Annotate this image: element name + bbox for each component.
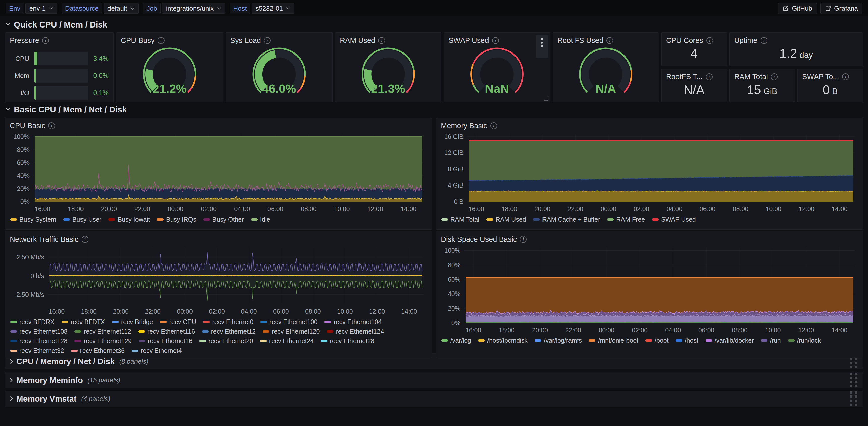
legend-item[interactable]: /mnt/onie-boot bbox=[589, 337, 639, 344]
legend-item[interactable]: recv BFDRX bbox=[10, 318, 55, 326]
legend-item[interactable]: recv Ethernet112 bbox=[74, 328, 131, 335]
collapsed-row-memory-meminfo[interactable]: Memory Meminfo(15 panels) bbox=[5, 372, 863, 388]
info-icon[interactable]: i bbox=[706, 73, 713, 80]
info-icon[interactable]: i bbox=[158, 37, 164, 44]
panel-title[interactable]: Uptime bbox=[734, 36, 757, 45]
time-series-plot[interactable]: 16:0018:0020:0022:0000:0002:0004:0006:00… bbox=[441, 131, 858, 214]
collapsed-row-memory-vmstat[interactable]: Memory Vmstat(4 panels) bbox=[5, 391, 863, 407]
legend-item[interactable]: Busy System bbox=[10, 216, 56, 223]
x-axis-tick: 16:00 bbox=[49, 308, 65, 315]
legend-item[interactable]: recv Ethernet128 bbox=[10, 337, 67, 345]
y-axis-tick: 100% bbox=[444, 247, 461, 254]
legend-item[interactable]: RAM Free bbox=[607, 216, 645, 223]
legend-item[interactable]: /run/lock bbox=[788, 337, 821, 344]
legend-item[interactable]: recv Ethernet24 bbox=[260, 337, 314, 345]
info-icon[interactable]: i bbox=[492, 37, 499, 44]
legend-item[interactable]: RAM Total bbox=[441, 216, 479, 223]
row-drag-handle[interactable] bbox=[848, 372, 859, 388]
panel-title[interactable]: Disk Space Used Basic bbox=[441, 235, 517, 244]
panel-title[interactable]: SWAP Used bbox=[448, 36, 489, 45]
bar-gauge-track[interactable] bbox=[34, 86, 88, 100]
legend-item[interactable]: recv Ethernet104 bbox=[324, 318, 381, 326]
legend-item[interactable]: Busy Iowait bbox=[108, 216, 150, 223]
dashboard-link-github[interactable]: GitHub bbox=[778, 3, 817, 14]
legend-item[interactable]: recv CPU bbox=[160, 318, 196, 326]
panel-title[interactable]: Memory Basic bbox=[441, 122, 487, 130]
panel-title[interactable]: Root FS Used bbox=[557, 36, 603, 45]
panel-title[interactable]: CPU Basic bbox=[10, 122, 45, 130]
legend-item[interactable]: /host/tpcmdisk bbox=[478, 337, 528, 344]
panel-title[interactable]: Sys Load bbox=[230, 36, 261, 45]
info-icon[interactable]: i bbox=[606, 37, 613, 44]
legend-item[interactable]: recv Ethernet124 bbox=[327, 328, 384, 335]
legend-item[interactable]: recv Bridge bbox=[112, 318, 153, 326]
info-icon[interactable]: i bbox=[490, 122, 497, 129]
variable-value-dropdown[interactable]: env-1 bbox=[26, 3, 57, 13]
panel-title[interactable]: CPU Cores bbox=[666, 36, 703, 45]
legend-item[interactable]: RAM Used bbox=[487, 216, 526, 223]
caret-down-icon bbox=[130, 7, 135, 10]
variable-value-dropdown[interactable]: default bbox=[104, 3, 138, 13]
legend-item[interactable]: recv Ethernet20 bbox=[199, 337, 253, 345]
info-icon[interactable]: i bbox=[42, 37, 49, 44]
panel-title[interactable]: SWAP To... bbox=[802, 73, 839, 81]
info-icon[interactable]: i bbox=[264, 37, 271, 44]
panel-resize-handle[interactable] bbox=[544, 96, 548, 101]
time-series-plot[interactable]: 16:0018:0020:0022:0000:0002:0004:0006:00… bbox=[10, 245, 427, 317]
variable-value-dropdown[interactable]: integrations/unix bbox=[162, 3, 225, 13]
legend-item[interactable]: /boot bbox=[646, 337, 669, 344]
variable-value-dropdown[interactable]: s5232-01 bbox=[252, 3, 294, 13]
legend-item[interactable]: recv Ethernet36 bbox=[71, 347, 125, 354]
legend-item[interactable]: Busy User bbox=[63, 216, 101, 223]
info-icon[interactable]: i bbox=[82, 236, 88, 243]
variable-value-text: s5232-01 bbox=[256, 4, 283, 12]
panel-title[interactable]: CPU Busy bbox=[121, 36, 155, 45]
legend-item[interactable]: recv Ethernet4 bbox=[132, 347, 182, 354]
dashboard-links: GitHubGrafana bbox=[778, 3, 863, 14]
info-icon[interactable]: i bbox=[706, 37, 713, 44]
legend-item[interactable]: Busy Other bbox=[204, 216, 244, 223]
panel-title[interactable]: RootFS T... bbox=[666, 73, 703, 81]
panel-title[interactable]: RAM Total bbox=[734, 73, 768, 81]
legend-item[interactable]: /run bbox=[761, 337, 781, 344]
legend-item[interactable]: /var/log/ramfs bbox=[535, 337, 582, 344]
legend-item[interactable]: recv Ethernet120 bbox=[263, 328, 320, 335]
legend-item[interactable]: recv Ethernet100 bbox=[260, 318, 317, 326]
panel-menu-button[interactable] bbox=[536, 35, 548, 58]
legend-item[interactable]: /var/log bbox=[441, 337, 471, 344]
info-icon[interactable]: i bbox=[842, 73, 849, 80]
legend-item[interactable]: Busy IRQs bbox=[157, 216, 196, 223]
row-header-quick[interactable]: Quick CPU / Mem / Disk bbox=[5, 18, 863, 31]
legend-item[interactable]: recv Ethernet28 bbox=[321, 337, 374, 345]
bar-gauge-track[interactable] bbox=[34, 69, 88, 83]
legend-item[interactable]: recv Ethernet0 bbox=[203, 318, 253, 326]
bar-gauge-track[interactable] bbox=[34, 52, 88, 65]
dashboard-link-grafana[interactable]: Grafana bbox=[820, 3, 863, 14]
legend-item[interactable]: recv Ethernet16 bbox=[139, 337, 192, 345]
info-icon[interactable]: i bbox=[48, 122, 55, 129]
time-series-plot[interactable]: 16:0018:0020:0022:0000:0002:0004:0006:00… bbox=[441, 245, 858, 335]
legend-item[interactable]: recv BFDTX bbox=[62, 318, 105, 326]
legend-label: recv Ethernet124 bbox=[336, 328, 384, 335]
row-header-basic[interactable]: Basic CPU / Mem / Net / Disk bbox=[5, 103, 863, 116]
panel-network-basic: Network Traffic Basici16:0018:0020:0022:… bbox=[5, 231, 432, 358]
row-drag-handle[interactable] bbox=[848, 390, 859, 407]
legend-item[interactable]: recv Ethernet116 bbox=[138, 328, 195, 335]
panel-title[interactable]: Pressure bbox=[10, 36, 39, 45]
info-icon[interactable]: i bbox=[771, 73, 778, 80]
legend-item[interactable]: SWAP Used bbox=[652, 216, 696, 223]
info-icon[interactable]: i bbox=[761, 37, 767, 44]
legend-item[interactable]: Idle bbox=[251, 216, 270, 223]
panel-title[interactable]: RAM Used bbox=[340, 36, 375, 45]
legend-item[interactable]: recv Ethernet129 bbox=[74, 337, 131, 345]
info-icon[interactable]: i bbox=[378, 37, 385, 44]
info-icon[interactable]: i bbox=[520, 236, 527, 243]
legend-item[interactable]: RAM Cache + Buffer bbox=[533, 216, 600, 223]
time-series-plot[interactable]: 16:0018:0020:0022:0000:0002:0004:0006:00… bbox=[10, 131, 427, 214]
legend-item[interactable]: recv Ethernet12 bbox=[202, 328, 256, 335]
legend-item[interactable]: /var/lib/docker bbox=[706, 337, 754, 344]
legend-item[interactable]: /host bbox=[676, 337, 699, 344]
legend-item[interactable]: recv Ethernet108 bbox=[10, 328, 67, 335]
panel-title[interactable]: Network Traffic Basic bbox=[10, 235, 79, 244]
legend-item[interactable]: recv Ethernet32 bbox=[10, 347, 64, 354]
